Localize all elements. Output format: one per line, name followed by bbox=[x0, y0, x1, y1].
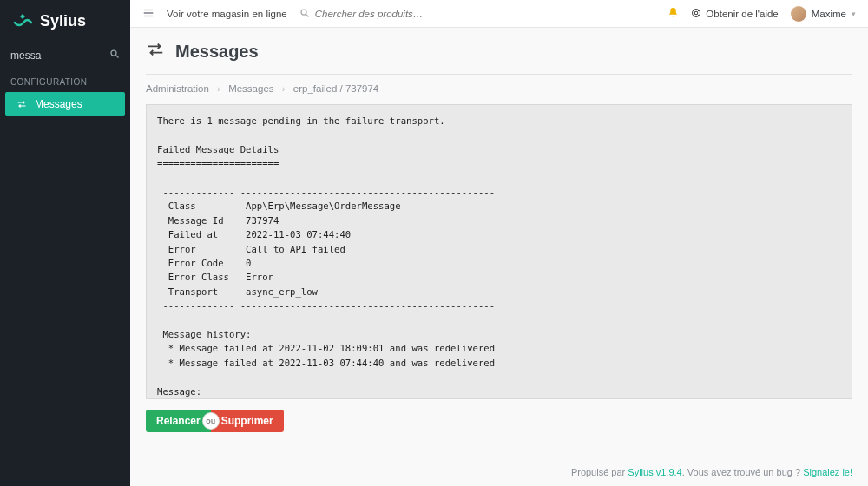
notification-icon[interactable] bbox=[667, 7, 679, 20]
page-title-text: Messages bbox=[175, 42, 259, 62]
menu-toggle-icon[interactable] bbox=[142, 7, 155, 21]
sidebar-item-messages[interactable]: Messages bbox=[5, 92, 125, 116]
message-detail: There is 1 message pending in the failur… bbox=[146, 104, 852, 399]
sidebar: Sylius CONFIGURATION Messages bbox=[0, 0, 130, 486]
breadcrumb-section[interactable]: Messages bbox=[228, 83, 273, 94]
footer-version-prefix: v bbox=[654, 467, 661, 477]
topbar-search-input[interactable] bbox=[315, 9, 463, 19]
footer-product-link[interactable]: Sylius bbox=[628, 467, 653, 477]
svg-point-8 bbox=[695, 11, 699, 15]
swap-icon bbox=[146, 40, 165, 63]
page: Messages Administration › Messages › erp… bbox=[130, 28, 868, 486]
swap-icon bbox=[16, 98, 28, 110]
footer-powered: Propulsé par bbox=[571, 467, 628, 477]
footer-version: 1.9.4 bbox=[661, 467, 681, 477]
retry-button[interactable]: Relancer bbox=[146, 410, 211, 432]
user-menu[interactable]: Maxime ▾ bbox=[791, 6, 856, 22]
svg-line-12 bbox=[698, 10, 700, 11]
chevron-right-icon: › bbox=[217, 83, 220, 94]
chevron-down-icon: ▾ bbox=[852, 10, 856, 18]
brand-name: Sylius bbox=[40, 12, 86, 30]
footer-bug-text: . Vous avez trouvé un bug ? bbox=[682, 467, 803, 477]
delete-button[interactable]: Supprimer bbox=[211, 410, 284, 432]
search-icon bbox=[299, 8, 310, 20]
footer: Propulsé par Sylius v1.9.4. Vous avez tr… bbox=[146, 432, 852, 477]
sylius-logo-icon bbox=[12, 10, 33, 31]
avatar bbox=[791, 6, 806, 22]
svg-line-1 bbox=[116, 56, 119, 58]
breadcrumb: Administration › Messages › erp_failed /… bbox=[146, 83, 852, 94]
breadcrumb-root[interactable]: Administration bbox=[146, 83, 209, 94]
topbar-search[interactable] bbox=[299, 8, 463, 20]
svg-line-9 bbox=[694, 10, 695, 11]
user-name: Maxime bbox=[812, 9, 846, 19]
sidebar-search[interactable] bbox=[0, 42, 130, 69]
help-link[interactable]: Obtenir de l'aide bbox=[691, 8, 778, 20]
page-title: Messages bbox=[146, 40, 852, 63]
topbar: Voir votre magasin en ligne Obtenir de l… bbox=[130, 0, 868, 28]
help-label: Obtenir de l'aide bbox=[706, 9, 778, 19]
action-buttons: Relancer ou Supprimer bbox=[146, 410, 852, 432]
chevron-right-icon: › bbox=[282, 83, 286, 94]
view-store-link[interactable]: Voir votre magasin en ligne bbox=[167, 9, 287, 19]
breadcrumb-leaf: erp_failed / 737974 bbox=[293, 83, 378, 94]
sidebar-heading: CONFIGURATION bbox=[0, 69, 130, 92]
sidebar-search-input[interactable] bbox=[10, 49, 104, 62]
svg-line-10 bbox=[698, 14, 700, 16]
svg-line-6 bbox=[306, 14, 308, 16]
svg-line-11 bbox=[694, 14, 695, 16]
svg-point-5 bbox=[301, 10, 306, 15]
life-ring-icon bbox=[691, 8, 701, 20]
main: Voir votre magasin en ligne Obtenir de l… bbox=[130, 0, 868, 486]
search-icon bbox=[109, 49, 120, 62]
svg-point-0 bbox=[111, 50, 116, 56]
or-separator: ou bbox=[203, 413, 219, 429]
footer-report-link[interactable]: Signalez le! bbox=[803, 467, 852, 477]
brand: Sylius bbox=[0, 0, 130, 42]
sidebar-item-label: Messages bbox=[35, 98, 82, 110]
divider bbox=[146, 74, 852, 75]
